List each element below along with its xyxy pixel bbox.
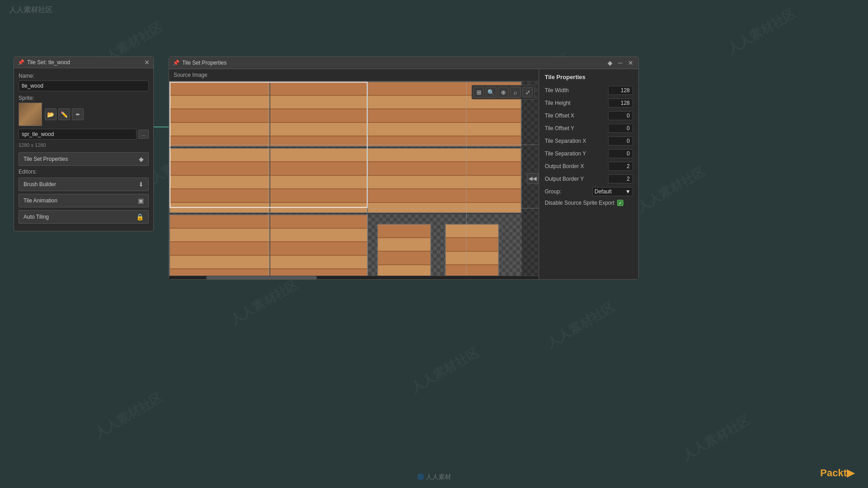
tile-separation-x-input[interactable]	[608, 136, 633, 145]
sprite-icon-buttons: 📂 ✏️ ✒	[45, 108, 84, 120]
sprite-name-row: ...	[19, 129, 149, 140]
tile-offset-y-input[interactable]	[608, 124, 633, 133]
tile-separation-y-input[interactable]	[608, 149, 633, 158]
tileprops-minimize-icon[interactable]: ─	[617, 59, 624, 67]
sprite-row: 📂 ✏️ ✒	[19, 103, 149, 126]
sprite-clear-icon[interactable]: ✏️	[58, 108, 70, 120]
tile-height-row: Tile Height	[545, 99, 633, 108]
fit-view-button[interactable]: ⤢	[522, 87, 533, 98]
name-input[interactable]	[19, 80, 149, 91]
tileset-panel-body: Name: Sprite: 📂 ✏️ ✒ ... 1280 x 1280 Til…	[14, 68, 153, 231]
disable-export-row: Disable Source Sprite Export ✓	[545, 200, 633, 206]
tile-height-input[interactable]	[608, 99, 633, 108]
group-value: Default	[594, 188, 612, 195]
zoom-in-button[interactable]: ⊕	[498, 87, 509, 98]
disable-export-label: Disable Source Sprite Export	[545, 200, 614, 206]
tile-set-props-icon: ◆	[139, 155, 144, 163]
editors-label: Editors:	[19, 169, 149, 175]
output-border-x-label: Output Border X	[545, 163, 584, 169]
name-label: Name:	[19, 73, 149, 79]
canvas-toolbar: ⊞ 🔍 ⊕ ⌕ ⤢	[472, 85, 535, 99]
scrollbar-thumb[interactable]	[206, 276, 317, 279]
brand-logo: 人人素材社区	[9, 5, 52, 15]
tile-height-label: Tile Height	[545, 100, 571, 106]
bottom-logo: 🔵 人人素材	[417, 473, 452, 481]
tileprops-pin-icon: 📌	[173, 60, 179, 66]
sprite-more-button[interactable]: ...	[138, 130, 149, 139]
output-border-x-input[interactable]	[608, 162, 633, 171]
sprite-name-input[interactable]	[19, 129, 137, 140]
panel-connector	[152, 127, 170, 127]
sprite-label: Sprite:	[19, 95, 149, 101]
output-border-y-input[interactable]	[608, 174, 633, 183]
brush-builder-button[interactable]: Brush Builder ⬇	[19, 178, 149, 191]
tileprops-titlebar: 📌 Tile Set Properties ◆ ─ ✕	[169, 57, 638, 69]
tile-animation-icon: ▣	[138, 197, 144, 204]
auto-tiling-button[interactable]: Auto Tiling 🔒	[19, 210, 149, 224]
tileset-panel: 📌 Tile Set: tle_wood ✕ Name: Sprite: 📂 ✏…	[14, 56, 154, 231]
tile-separation-y-label: Tile Separation Y	[545, 150, 586, 157]
tile-width-row: Tile Width	[545, 86, 633, 95]
output-border-y-label: Output Border Y	[545, 176, 584, 182]
tile-offset-y-label: Tile Offset Y	[545, 125, 574, 131]
panel-pin-icon: 📌	[18, 59, 24, 66]
tile-separation-y-row: Tile Separation Y	[545, 149, 633, 158]
tile-separation-x-row: Tile Separation X	[545, 136, 633, 145]
tileset-panel-close-button[interactable]: ✕	[144, 59, 150, 66]
collapse-arrow-button[interactable]: ◀◀	[527, 173, 538, 184]
sprite-open-icon[interactable]: 📂	[45, 108, 57, 120]
tileset-panel-title: Tile Set: tle_wood	[27, 59, 70, 66]
tile-offset-x-input[interactable]	[608, 111, 633, 120]
tile-properties-panel: Tile Properties Tile Width Tile Height T…	[539, 69, 638, 279]
dropdown-chevron-icon: ▼	[625, 188, 631, 195]
tile-width-label: Tile Width	[545, 87, 569, 94]
tileprops-title: Tile Set Properties	[182, 60, 226, 66]
tile-offset-x-row: Tile Offset X	[545, 111, 633, 120]
horizontal-scrollbar[interactable]	[169, 276, 538, 279]
output-border-y-row: Output Border Y	[545, 174, 633, 183]
output-border-x-row: Output Border X	[545, 162, 633, 171]
source-image-label: Source Image	[169, 69, 538, 81]
tile-animation-button[interactable]: Tile Animation ▣	[19, 194, 149, 207]
tile-separation-x-label: Tile Separation X	[545, 138, 586, 144]
tileprops-panel: 📌 Tile Set Properties ◆ ─ ✕ Source Image	[169, 56, 639, 280]
tile-offset-x-label: Tile Offset X	[545, 113, 574, 119]
grid-toggle-button[interactable]: ⊞	[473, 87, 484, 98]
tileprops-body: Source Image	[169, 69, 638, 279]
tile-width-input[interactable]	[608, 86, 633, 95]
tile-offset-y-row: Tile Offset Y	[545, 124, 633, 133]
tileprops-close-button[interactable]: ✕	[627, 59, 635, 67]
tile-properties-title: Tile Properties	[545, 74, 633, 80]
source-image-canvas[interactable]: ⊞ 🔍 ⊕ ⌕ ⤢ ◀◀	[169, 81, 538, 276]
source-image-area: Source Image	[169, 69, 539, 279]
zoom-reset-button[interactable]: ⌕	[510, 87, 521, 98]
group-row: Group: Default ▼	[545, 187, 633, 196]
zoom-out-button[interactable]: 🔍	[486, 87, 496, 98]
tile-set-properties-button[interactable]: Tile Set Properties ◆	[19, 152, 149, 166]
sprite-edit-icon[interactable]: ✒	[72, 108, 84, 120]
group-label: Group:	[545, 188, 561, 195]
auto-tiling-icon: 🔒	[136, 213, 144, 221]
sprite-size: 1280 x 1280	[19, 142, 149, 148]
brush-builder-icon: ⬇	[138, 181, 144, 188]
tileprops-grid-icon[interactable]: ◆	[606, 59, 614, 67]
packt-brand: Packt▶	[820, 467, 854, 479]
tileset-panel-titlebar: 📌 Tile Set: tle_wood ✕	[14, 57, 153, 68]
sprite-thumbnail	[19, 103, 42, 126]
group-dropdown[interactable]: Default ▼	[592, 187, 633, 196]
disable-export-checkbox[interactable]: ✓	[617, 200, 623, 206]
